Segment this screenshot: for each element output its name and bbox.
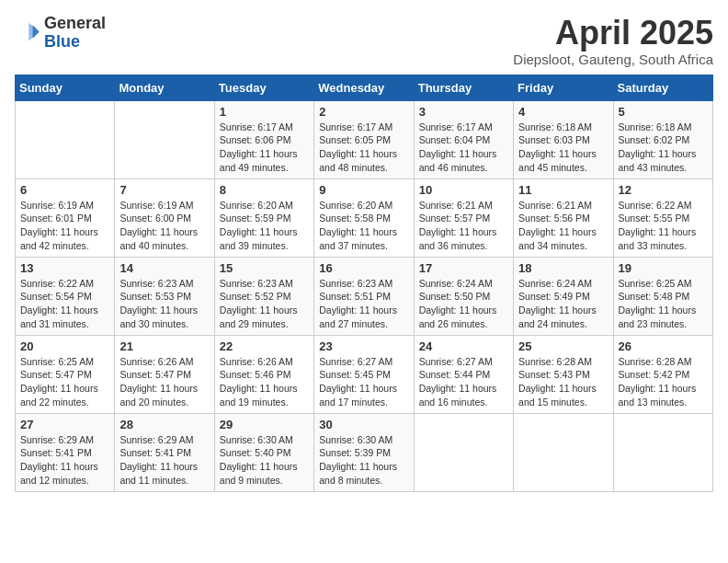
day-number: 18 xyxy=(518,261,608,275)
calendar-cell: 24Sunrise: 6:27 AMSunset: 5:44 PMDayligh… xyxy=(414,335,513,413)
logo-icon xyxy=(15,20,40,46)
calendar-week-row: 27Sunrise: 6:29 AMSunset: 5:41 PMDayligh… xyxy=(16,413,713,491)
day-number: 2 xyxy=(319,105,408,119)
calendar-cell: 14Sunrise: 6:23 AMSunset: 5:53 PMDayligh… xyxy=(115,257,214,335)
day-number: 22 xyxy=(220,339,309,353)
calendar-cell: 30Sunrise: 6:30 AMSunset: 5:39 PMDayligh… xyxy=(314,413,414,491)
logo-general: General xyxy=(44,14,106,32)
day-info: Sunrise: 6:29 AMSunset: 5:41 PMDaylight:… xyxy=(119,433,209,488)
day-info: Sunrise: 6:29 AMSunset: 5:41 PMDaylight:… xyxy=(20,433,109,488)
day-info: Sunrise: 6:18 AMSunset: 6:02 PMDaylight:… xyxy=(619,121,708,175)
calendar-cell xyxy=(613,413,712,491)
day-number: 8 xyxy=(220,183,309,197)
page-header: General Blue April 2025 Diepsloot, Gaute… xyxy=(15,15,713,67)
day-number: 1 xyxy=(220,105,309,119)
calendar-cell: 4Sunrise: 6:18 AMSunset: 6:03 PMDaylight… xyxy=(514,100,613,178)
calendar-cell xyxy=(514,413,613,491)
calendar-cell: 6Sunrise: 6:19 AMSunset: 6:01 PMDaylight… xyxy=(16,178,115,257)
weekday-header: Tuesday xyxy=(214,75,313,100)
calendar-week-row: 6Sunrise: 6:19 AMSunset: 6:01 PMDaylight… xyxy=(16,178,713,257)
calendar-cell: 10Sunrise: 6:21 AMSunset: 5:57 PMDayligh… xyxy=(414,178,513,257)
day-info: Sunrise: 6:25 AMSunset: 5:48 PMDaylight:… xyxy=(619,277,708,331)
calendar-cell: 22Sunrise: 6:26 AMSunset: 5:46 PMDayligh… xyxy=(214,335,313,413)
day-info: Sunrise: 6:20 AMSunset: 5:59 PMDaylight:… xyxy=(220,199,309,253)
weekday-header: Thursday xyxy=(414,75,513,100)
logo-text: General Blue xyxy=(44,15,106,52)
day-info: Sunrise: 6:18 AMSunset: 6:03 PMDaylight:… xyxy=(518,121,608,175)
day-number: 15 xyxy=(220,261,309,275)
day-info: Sunrise: 6:21 AMSunset: 5:56 PMDaylight:… xyxy=(518,199,608,253)
calendar-cell: 20Sunrise: 6:25 AMSunset: 5:47 PMDayligh… xyxy=(16,335,115,413)
day-info: Sunrise: 6:17 AMSunset: 6:04 PMDaylight:… xyxy=(419,121,508,175)
title-block: April 2025 Diepsloot, Gauteng, South Afr… xyxy=(513,15,713,67)
day-number: 29 xyxy=(220,418,309,431)
calendar-cell: 19Sunrise: 6:25 AMSunset: 5:48 PMDayligh… xyxy=(613,257,712,335)
day-info: Sunrise: 6:30 AMSunset: 5:40 PMDaylight:… xyxy=(220,433,309,488)
calendar-cell xyxy=(16,100,115,178)
day-info: Sunrise: 6:22 AMSunset: 5:54 PMDaylight:… xyxy=(20,277,109,331)
weekday-header: Friday xyxy=(514,75,613,100)
day-info: Sunrise: 6:23 AMSunset: 5:52 PMDaylight:… xyxy=(220,277,309,331)
calendar-cell: 28Sunrise: 6:29 AMSunset: 5:41 PMDayligh… xyxy=(115,413,214,491)
calendar-cell: 23Sunrise: 6:27 AMSunset: 5:45 PMDayligh… xyxy=(314,335,414,413)
calendar-week-row: 1Sunrise: 6:17 AMSunset: 6:06 PMDaylight… xyxy=(16,100,713,178)
day-info: Sunrise: 6:20 AMSunset: 5:58 PMDaylight:… xyxy=(319,199,408,253)
day-number: 25 xyxy=(518,339,608,353)
day-info: Sunrise: 6:17 AMSunset: 6:05 PMDaylight:… xyxy=(319,121,408,175)
day-info: Sunrise: 6:17 AMSunset: 6:06 PMDaylight:… xyxy=(220,121,309,175)
day-info: Sunrise: 6:28 AMSunset: 5:42 PMDaylight:… xyxy=(619,355,708,409)
location: Diepsloot, Gauteng, South Africa xyxy=(513,52,713,67)
day-info: Sunrise: 6:19 AMSunset: 6:00 PMDaylight:… xyxy=(119,199,209,253)
day-number: 17 xyxy=(419,261,508,275)
calendar-cell: 15Sunrise: 6:23 AMSunset: 5:52 PMDayligh… xyxy=(214,257,313,335)
calendar-cell: 13Sunrise: 6:22 AMSunset: 5:54 PMDayligh… xyxy=(16,257,115,335)
calendar-cell: 16Sunrise: 6:23 AMSunset: 5:51 PMDayligh… xyxy=(314,257,414,335)
day-info: Sunrise: 6:19 AMSunset: 6:01 PMDaylight:… xyxy=(20,199,109,253)
weekday-header: Wednesday xyxy=(314,75,414,100)
day-info: Sunrise: 6:30 AMSunset: 5:39 PMDaylight:… xyxy=(319,433,408,488)
calendar-week-row: 20Sunrise: 6:25 AMSunset: 5:47 PMDayligh… xyxy=(16,335,713,413)
day-number: 20 xyxy=(20,339,109,353)
day-info: Sunrise: 6:27 AMSunset: 5:45 PMDaylight:… xyxy=(319,355,408,409)
calendar-cell: 2Sunrise: 6:17 AMSunset: 6:05 PMDaylight… xyxy=(314,100,414,178)
calendar-cell: 18Sunrise: 6:24 AMSunset: 5:49 PMDayligh… xyxy=(514,257,613,335)
day-number: 30 xyxy=(319,418,408,431)
calendar-cell: 1Sunrise: 6:17 AMSunset: 6:06 PMDaylight… xyxy=(214,100,313,178)
day-info: Sunrise: 6:28 AMSunset: 5:43 PMDaylight:… xyxy=(518,355,608,409)
day-info: Sunrise: 6:26 AMSunset: 5:47 PMDaylight:… xyxy=(119,355,209,409)
calendar-cell: 21Sunrise: 6:26 AMSunset: 5:47 PMDayligh… xyxy=(115,335,214,413)
calendar-cell xyxy=(115,100,214,178)
day-number: 13 xyxy=(20,261,109,275)
logo: General Blue xyxy=(15,15,106,52)
logo-blue: Blue xyxy=(44,32,80,51)
day-info: Sunrise: 6:22 AMSunset: 5:55 PMDaylight:… xyxy=(619,199,708,253)
calendar-cell: 8Sunrise: 6:20 AMSunset: 5:59 PMDaylight… xyxy=(214,178,313,257)
day-info: Sunrise: 6:23 AMSunset: 5:53 PMDaylight:… xyxy=(119,277,209,331)
day-info: Sunrise: 6:21 AMSunset: 5:57 PMDaylight:… xyxy=(419,199,508,253)
calendar-cell: 7Sunrise: 6:19 AMSunset: 6:00 PMDaylight… xyxy=(115,178,214,257)
calendar-cell: 17Sunrise: 6:24 AMSunset: 5:50 PMDayligh… xyxy=(414,257,513,335)
day-number: 9 xyxy=(319,183,408,197)
day-number: 12 xyxy=(619,183,708,197)
day-number: 21 xyxy=(119,339,209,353)
weekday-header: Monday xyxy=(115,75,214,100)
day-number: 10 xyxy=(419,183,508,197)
day-number: 16 xyxy=(319,261,408,275)
day-number: 4 xyxy=(518,105,608,119)
day-number: 3 xyxy=(419,105,508,119)
day-number: 6 xyxy=(20,183,109,197)
day-number: 7 xyxy=(119,183,209,197)
day-info: Sunrise: 6:27 AMSunset: 5:44 PMDaylight:… xyxy=(419,355,508,409)
day-info: Sunrise: 6:26 AMSunset: 5:46 PMDaylight:… xyxy=(220,355,309,409)
calendar-header: SundayMondayTuesdayWednesdayThursdayFrid… xyxy=(16,75,713,100)
day-info: Sunrise: 6:23 AMSunset: 5:51 PMDaylight:… xyxy=(319,277,408,331)
calendar-cell: 3Sunrise: 6:17 AMSunset: 6:04 PMDaylight… xyxy=(414,100,513,178)
day-info: Sunrise: 6:24 AMSunset: 5:49 PMDaylight:… xyxy=(518,277,608,331)
calendar-cell: 27Sunrise: 6:29 AMSunset: 5:41 PMDayligh… xyxy=(16,413,115,491)
weekday-header: Saturday xyxy=(613,75,712,100)
header-row: SundayMondayTuesdayWednesdayThursdayFrid… xyxy=(16,75,713,100)
day-number: 28 xyxy=(119,418,209,431)
svg-marker-1 xyxy=(28,23,39,41)
calendar-cell: 12Sunrise: 6:22 AMSunset: 5:55 PMDayligh… xyxy=(613,178,712,257)
day-number: 27 xyxy=(20,418,109,431)
